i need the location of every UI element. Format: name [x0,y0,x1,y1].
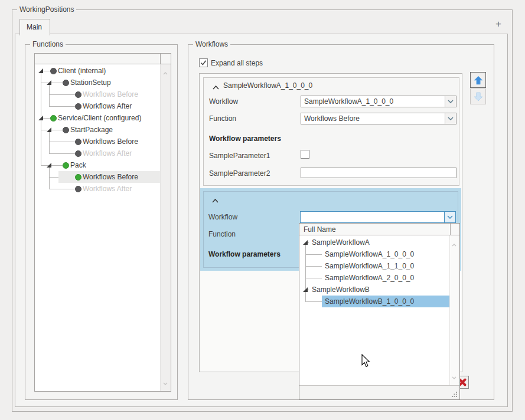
function-tree-node-label: Workflows After [83,102,132,110]
function-tree-node-label: Workflows After [83,185,132,193]
combobox-dropdown-button[interactable] [445,96,456,107]
function-tree-node[interactable]: Workflows After [35,183,161,195]
tree-expander-icon[interactable] [303,240,308,245]
tree-expander-icon[interactable] [47,80,51,85]
tree-expander-icon[interactable] [38,116,43,120]
arrow-up-icon [473,75,484,86]
workflow-option-label: SampleWorkflowB [312,286,370,294]
workflow-option[interactable]: SampleWorkflowA_2_0_0_0 [299,272,450,284]
workflow-option-label: SampleWorkflowA_1_1_0_0 [325,262,414,270]
sample-parameter1-checkbox[interactable] [301,150,309,159]
function-tree-node-label: Workflows Before [83,137,138,146]
status-dot-gray [75,150,81,157]
dropdown-column-header[interactable]: Full Name [299,224,459,235]
function-label: Function [208,230,236,238]
scroll-up-icon[interactable] [452,240,456,248]
workflow-option[interactable]: SampleWorkflowA_1_1_0_0 [299,260,450,272]
functions-tree-rows: Client (internal)StationSetupWorkflows B… [35,64,161,391]
function-tree-node[interactable]: Workflows After [35,147,161,159]
function-tree-node-label: Workflows After [83,149,132,158]
workflow-option[interactable]: SampleWorkflowB [299,284,450,296]
workflow-option-label: SampleWorkflowA_2_0_0_0 [325,274,414,282]
functions-tree: Client (internal)StationSetupWorkflows B… [34,53,171,392]
function-tree-node[interactable]: Client (internal) [35,65,161,77]
mouse-cursor [361,354,371,370]
tab-main[interactable]: Main [19,19,50,35]
tab-main-label: Main [27,23,42,31]
combobox-dropdown-button[interactable] [444,212,455,222]
function-tree-node-label: StationSetup [70,78,111,87]
status-dot-green [63,162,69,169]
function-tree-node[interactable]: Workflows Before [35,88,161,100]
tree-expander-icon[interactable] [38,68,43,73]
chevron-down-icon [448,100,454,103]
workflow-option[interactable]: SampleWorkflowA_1_0_0_0 [299,248,450,260]
status-dot-gray [75,139,81,145]
function-label: Function [209,114,236,123]
function-tree-node[interactable]: Service/Client (configured) [35,112,161,124]
dropdown-resize-grip[interactable] [452,392,457,397]
sample-parameter2-input[interactable] [301,168,456,178]
scroll-down-icon[interactable] [163,379,168,387]
chevron-down-icon [447,215,453,219]
scroll-down-icon[interactable] [452,373,456,381]
sample-parameter1-label: SampleParameter1 [209,152,270,160]
step-title: SampleWorkflowA_1_0_0_0 [223,81,312,90]
expand-all-label: Expand all steps [211,59,263,67]
tree-expander-icon[interactable] [47,127,51,132]
function-tree-node-label: Workflows Before [83,173,138,181]
workflow-parameters-title: Workflow parameters [209,134,281,143]
scroll-up-icon[interactable] [163,68,168,77]
move-step-up-button[interactable] [470,72,486,88]
functions-tree-scrollbar[interactable] [160,64,171,391]
arrow-down-icon [473,91,484,102]
dropdown-column-header-label: Full Name [304,225,336,234]
workflow-option[interactable]: SampleWorkflowA [299,237,450,248]
functions-tree-header-spacer [160,54,171,64]
workflow-option-label: SampleWorkflowA [312,238,370,247]
dropdown-header-spacer [450,224,459,235]
function-tree-node[interactable]: StartPackage [35,124,161,136]
function-combobox[interactable]: Workflows Before [301,113,456,124]
function-tree-node[interactable]: Workflows Before [35,171,161,183]
status-dot-gray [75,186,81,192]
status-dot-gray [75,103,81,110]
workflows-title: Workflows [193,40,230,48]
function-tree-node[interactable]: Workflows Before [35,136,161,147]
working-positions-title: WorkingPositions [17,5,76,14]
workflow-option[interactable]: SampleWorkflowB_1_0_0_0 [299,296,450,307]
sample-parameter2-label: SampleParameter2 [209,169,270,178]
workflow-combobox-open[interactable] [300,211,456,223]
workflow-label: Workflow [208,213,237,221]
chevron-up-icon [213,86,219,90]
combobox-dropdown-button[interactable] [445,113,456,124]
function-tree-node[interactable]: Workflows After [35,100,161,112]
function-tree-node-label: Pack [70,161,86,169]
move-step-down-button[interactable] [470,88,486,104]
dropdown-status-strip [299,385,459,399]
chevron-down-icon [448,117,454,120]
add-tab-button[interactable]: + [492,18,505,31]
workflow-parameters-title: Workflow parameters [208,250,281,258]
tree-expander-icon[interactable] [303,287,308,292]
status-dot-gray [50,68,57,74]
function-tree-node-label: Service/Client (configured) [58,114,141,122]
workflow-dropdown-popup: Full Name SampleWorkflowASampleWorkflowA… [299,223,460,400]
function-tree-node-label: StartPackage [70,126,113,134]
collapse-step-button[interactable] [213,83,220,88]
dropdown-scrollbar[interactable] [449,235,459,386]
expand-all-checkbox[interactable] [199,58,208,67]
chevron-up-icon [212,199,219,203]
workflow-option-label: SampleWorkflowB_1_0_0_0 [325,297,414,306]
collapse-step-button[interactable] [212,196,219,201]
checkmark-icon [200,60,207,66]
function-tree-node[interactable]: Pack [35,159,161,171]
status-dot-green [75,174,81,181]
functions-title: Functions [30,40,66,48]
tree-expander-icon[interactable] [47,163,51,168]
function-tree-node[interactable]: StationSetup [35,77,161,88]
workflow-combobox[interactable]: SampleWorkflowA_1_0_0_0 [301,96,456,107]
status-dot-green [50,115,57,122]
working-positions-window: WorkingPositions Main + Functions Client… [0,0,525,420]
function-tree-node-label: Client (internal) [58,67,106,75]
